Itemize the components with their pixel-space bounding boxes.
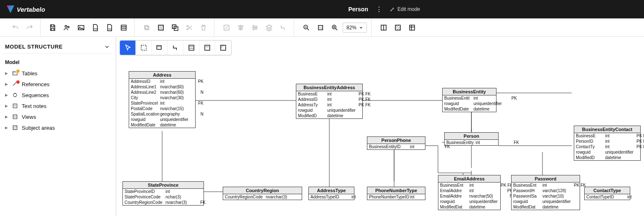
add-table-tool-button[interactable] — [152, 41, 168, 55]
zoom-out-button[interactable] — [300, 21, 313, 34]
add-area-tool-button[interactable] — [215, 41, 231, 55]
entity-column-row[interactable]: ModifiedDdatetime — [574, 155, 640, 160]
export-pdf-button[interactable]: PDF — [89, 21, 102, 34]
entity-countryregion[interactable]: CountryRegion CountryRegionCodenvarchar(… — [223, 187, 302, 200]
entity-column-row[interactable]: PersonIDintPK FK — [574, 139, 640, 144]
view3-button[interactable] — [406, 21, 418, 34]
view2-button[interactable] — [392, 21, 404, 34]
route-button[interactable] — [277, 21, 290, 34]
save-button[interactable] — [46, 21, 59, 34]
entity-column-row[interactable]: AddressIDintPK — [129, 79, 195, 84]
entity-address[interactable]: Address AddressIDintPKAddressLine1nvarch… — [129, 71, 196, 128]
hatch-box-icon — [394, 24, 402, 31]
align-v-button[interactable] — [249, 21, 261, 34]
entity-column-row[interactable]: CountryRegionCodenvarchar(3)FK — [123, 200, 204, 205]
entity-column-row[interactable]: BusinessEntitintPK — [443, 95, 496, 101]
select-area-tool-button[interactable] — [136, 41, 152, 55]
add-reference-tool-button[interactable] — [168, 41, 183, 55]
zoom-in-button[interactable] — [328, 21, 341, 34]
entity-column-row[interactable]: rowguiduniqueidentifier — [512, 199, 580, 204]
entity-column-row[interactable]: StateProvinceIDint — [123, 189, 204, 194]
entity-column-row[interactable]: Citynvarchar(30) — [129, 95, 195, 100]
pdf-icon: PDF — [92, 24, 99, 31]
sidebar-item-textnotes[interactable]: ▶ Text notes — [3, 100, 112, 111]
entity-personphone[interactable]: PersonPhone BusinessEntityIDintFK — [367, 136, 425, 150]
entity-contacttype[interactable]: ContactType ContactTypeIDint — [584, 187, 630, 200]
entity-column-row[interactable]: CountryRegionCodenvarchar(3) — [223, 194, 302, 200]
sidebar-root-label: Model — [5, 59, 110, 65]
entity-column-row[interactable]: BusinessEntintPK FK — [438, 183, 500, 188]
pointer-tool-button[interactable] — [120, 41, 136, 55]
copy-button[interactable] — [140, 21, 153, 34]
sidebar-item-tables[interactable]: ▶ Tables — [3, 68, 112, 79]
undo-button[interactable] — [9, 21, 22, 34]
entity-column-row[interactable]: PostalCodenvarchar(15) — [129, 106, 195, 111]
zoom-fit-button[interactable]: 1:1 — [314, 21, 327, 34]
align-h-button[interactable] — [234, 21, 247, 34]
entity-column-row[interactable]: ModifiedDdatetime — [296, 113, 362, 118]
cut-button[interactable] — [183, 21, 196, 34]
entity-column-row[interactable]: AddressLine1nvarchar(60) — [129, 84, 195, 90]
entity-addresstype[interactable]: AddressType AddressTypeIDint — [308, 187, 354, 200]
export-sql-button[interactable]: SQL — [103, 21, 116, 34]
sidebar-item-references[interactable]: ▶ References — [3, 79, 112, 90]
entity-phonenumbertype[interactable]: PhoneNumberType PhoneNumberTypeIDint — [367, 187, 425, 200]
sidebar-title[interactable]: MODEL STRUCTURE — [3, 40, 112, 54]
sidebar-item-views[interactable]: ▶ Views — [3, 111, 112, 122]
hatch2-button[interactable] — [169, 21, 181, 34]
more-menu-icon[interactable]: ⋮ — [376, 5, 382, 13]
entity-column-row[interactable]: PhoneNumberTypeIDint — [367, 194, 425, 200]
entity-column-row[interactable]: ModifiedDatedatetime — [443, 106, 496, 112]
entity-column-row[interactable]: rowguiduniqueidentifier — [129, 117, 195, 122]
entity-businessentityaddress[interactable]: BusinessEntityAddress BusinessEintPK FKA… — [296, 84, 363, 119]
sidebar-item-sequences[interactable]: ▶ Sequences — [3, 90, 112, 100]
sidebar-item-subjectareas[interactable]: ▶ Subject areas — [3, 122, 112, 133]
entity-column-row[interactable]: ContactTypeIDint — [585, 194, 630, 200]
entity-person[interactable]: Person BusinessEntityintFK — [444, 132, 499, 146]
entity-column-row[interactable]: ModifiedDatedatetime — [129, 122, 195, 128]
resize-button[interactable] — [220, 21, 233, 34]
entity-emailaddress[interactable]: EmailAddress BusinessEntintPK FKEmailAdd… — [438, 175, 501, 210]
entity-column-row[interactable]: BusinessEintPK FK — [296, 91, 362, 97]
entity-column-row[interactable]: ModifiedDatdatetime — [512, 204, 580, 210]
hatch1-button[interactable] — [155, 21, 167, 34]
entity-column-row[interactable]: AddressTypeIDint — [309, 194, 354, 200]
redo-button[interactable] — [23, 21, 36, 34]
entity-column-row[interactable]: EmailAddreintPK — [438, 188, 500, 193]
entity-column-row[interactable]: rowguiduniqueidentifier — [574, 149, 640, 155]
entity-column-row[interactable]: SpatialLocationgeographyN — [129, 111, 195, 117]
entity-column-row[interactable]: BusinessEintPK FK — [574, 133, 640, 139]
entity-businessentity[interactable]: BusinessEntity BusinessEntitintPKrowguid… — [442, 88, 496, 112]
panel-button[interactable] — [117, 21, 130, 34]
entity-column-row[interactable]: rowguiduniqueidentifier — [438, 199, 500, 204]
entity-column-row[interactable]: ContactTyintPK FK — [574, 144, 640, 149]
entity-column-row[interactable]: AddressIDintPK FK — [296, 97, 362, 102]
share-button[interactable] — [61, 21, 73, 34]
entity-column-row[interactable]: EmailAddrenvarchar(50)N — [438, 193, 500, 199]
entity-column-row[interactable]: AddressTyintPK FK — [296, 102, 362, 108]
entity-column-row[interactable]: AddressLine2nvarchar(60)N — [129, 90, 195, 95]
delete-button[interactable] — [197, 21, 210, 34]
view1-button[interactable] — [377, 21, 390, 34]
entity-column-row[interactable]: PasswordSavarchar(10) — [512, 193, 580, 199]
entity-column-row[interactable]: rowguiduniqueidentifier — [296, 108, 362, 113]
zoom-value-select[interactable]: 82% — [343, 23, 367, 33]
add-note-tool-button[interactable] — [199, 41, 215, 55]
canvas[interactable]: Address AddressIDintPKAddressLine1nvarch… — [116, 37, 644, 216]
entity-password[interactable]: Password BusinessEntintPK FKPasswordHvar… — [511, 175, 580, 210]
entity-column-row[interactable]: PasswordHvarchar(128) — [512, 188, 580, 193]
entity-column-row[interactable]: BusinessEntityintFK — [445, 140, 498, 145]
edit-mode-toggle[interactable]: Edit mode — [390, 6, 420, 12]
entity-stateprovince[interactable]: StateProvince StateProvinceIDintStatePro… — [122, 181, 204, 206]
entity-column-row[interactable]: rowguiduniqueidentifier — [443, 101, 496, 106]
layers-button[interactable] — [263, 21, 275, 34]
entity-column-row[interactable]: StateProvinceIintFK — [129, 100, 195, 106]
entity-column-row[interactable]: BusinessEntintPK FK — [512, 183, 580, 188]
entity-column-row[interactable]: ModifiedDatdatetime — [438, 204, 500, 210]
add-view-tool-button[interactable] — [183, 41, 199, 55]
logo[interactable]: Vertabelo — [7, 5, 45, 13]
entity-column-row[interactable]: BusinessEntityIDintFK — [367, 144, 425, 149]
entity-businessentitycontact[interactable]: BusinessEntityContact BusinessEintPK FKP… — [574, 126, 641, 161]
export-image-button[interactable] — [75, 21, 87, 34]
entity-column-row[interactable]: StateProvinceCodenchar(3) — [123, 194, 204, 200]
